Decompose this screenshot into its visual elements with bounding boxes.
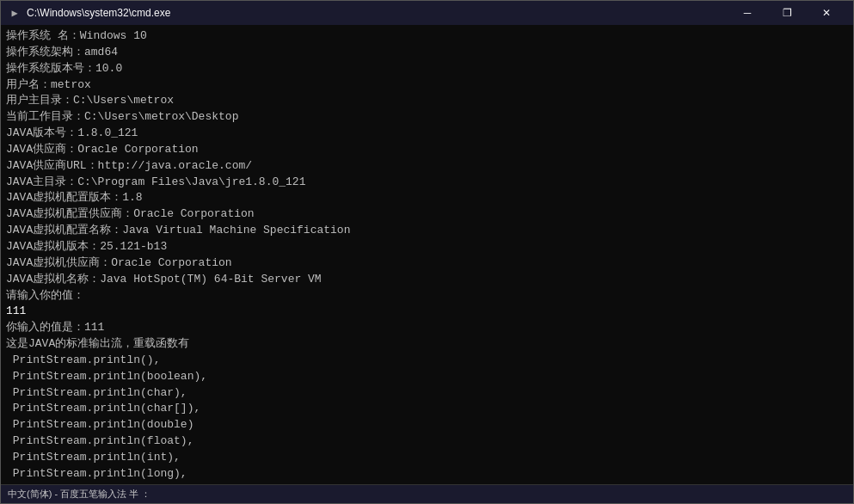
console-line: JAVA虚拟机名称：Java HotSpot(TM) 64-Bit Server… — [6, 272, 848, 288]
console-line: JAVA虚拟机配置名称：Java Virtual Machine Specifi… — [6, 223, 848, 239]
ime-status: 中文(简体) - 百度五笔输入法 半 ： — [8, 488, 151, 501]
console-line: PrintStream.println(int), — [6, 450, 848, 466]
console-line: 操作系统架构：amd64 — [6, 45, 848, 61]
console-line: JAVA主目录：C:\Program Files\Java\jre1.8.0_1… — [6, 175, 848, 191]
console-line: PrintStream.println(float), — [6, 433, 848, 450]
console-line: JAVA虚拟机配置版本：1.8 — [6, 190, 848, 206]
restore-button[interactable]: ❐ — [767, 1, 807, 25]
console-line: 操作系统版本号：10.0 — [6, 61, 848, 77]
window-controls: ─ ❐ ✕ — [728, 1, 846, 25]
console-line: PrintStream.println(), — [6, 353, 848, 369]
console-line: PrintStream.println(char), — [6, 385, 848, 402]
console-line: 请输入你的值： — [6, 288, 848, 304]
console-line: 这是JAVA的标准输出流，重载函数有 — [6, 336, 848, 353]
console-line: PrintStream.println(double) — [6, 417, 848, 433]
window-title: C:\Windows\system32\cmd.exe — [27, 7, 728, 19]
title-bar: ▶ C:\Windows\system32\cmd.exe ─ ❐ ✕ — [1, 1, 853, 25]
console-line: PrintStream.println(boolean), — [6, 369, 848, 385]
console-line: 操作系统 名：Windows 10 — [6, 28, 848, 45]
console-line: PrintStream.println(long), — [6, 466, 848, 482]
minimize-button[interactable]: ─ — [728, 1, 767, 25]
close-button[interactable]: ✕ — [807, 1, 846, 25]
cmd-window: ▶ C:\Windows\system32\cmd.exe ─ ❐ ✕ 操作系统… — [0, 0, 854, 504]
console-line: JAVA虚拟机版本：25.121-b13 — [6, 239, 848, 255]
console-body[interactable]: 操作系统 名：Windows 10操作系统架构：amd64操作系统版本号：10.… — [1, 25, 853, 484]
console-line: 111 — [6, 304, 848, 320]
console-line: 你输入的值是：111 — [6, 320, 848, 336]
console-line: 当前工作目录：C:\Users\metrox\Desktop — [6, 109, 848, 126]
console-line: JAVA供应商：Oracle Corporation — [6, 142, 848, 158]
window-icon: ▶ — [8, 6, 22, 20]
console-line: 用户主目录：C:\Users\metrox — [6, 93, 848, 109]
status-bar: 中文(简体) - 百度五笔输入法 半 ： — [1, 484, 853, 503]
console-line: JAVA版本号：1.8.0_121 — [6, 126, 848, 142]
console-line: JAVA供应商URL：http://java.oracle.com/ — [6, 158, 848, 175]
console-line: JAVA虚拟机配置供应商：Oracle Corporation — [6, 206, 848, 223]
console-line: JAVA虚拟机供应商：Oracle Corporation — [6, 255, 848, 272]
console-line: 用户名：metrox — [6, 77, 848, 94]
console-line: PrintStream.println(char[]), — [6, 401, 848, 417]
